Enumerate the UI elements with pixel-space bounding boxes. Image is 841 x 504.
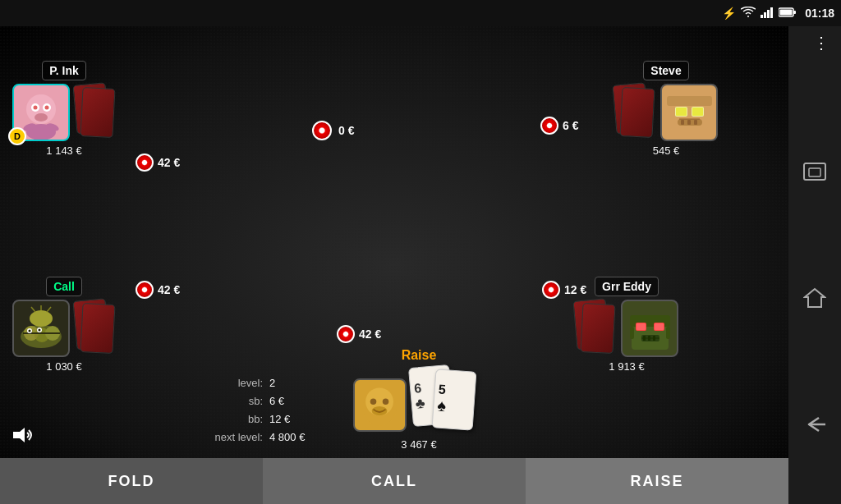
svg-rect-50 [643, 336, 646, 341]
svg-rect-47 [655, 323, 664, 330]
signal-icon [761, 7, 774, 21]
player-call-avatar [12, 300, 70, 357]
player-geddy-cards [575, 300, 616, 357]
player-human-bet: 42 € [337, 325, 381, 343]
player-human-chips: 3 467 € [401, 438, 436, 451]
svg-rect-51 [648, 336, 650, 341]
svg-rect-61 [804, 163, 825, 180]
svg-rect-0 [761, 15, 763, 18]
player-geddy-avatar [621, 300, 678, 357]
svg-rect-53 [630, 327, 634, 339]
svg-rect-2 [767, 10, 770, 18]
player-pink: P. Ink [12, 61, 116, 157]
game-info: level: 2 sb: 6 € bb: 12 € next level: 4 … [197, 374, 305, 447]
call-button[interactable]: CALL [263, 458, 526, 504]
battery-icon [779, 7, 797, 20]
player-geddy: Grr Eddy [575, 277, 678, 373]
player-human-status: Raise [402, 348, 437, 363]
svg-rect-26 [687, 120, 691, 125]
clock: 01:18 [805, 7, 834, 20]
svg-rect-25 [681, 120, 684, 125]
player-call-cards [75, 300, 116, 357]
svg-point-13 [34, 113, 48, 121]
svg-rect-46 [636, 323, 646, 330]
svg-marker-60 [13, 428, 25, 442]
svg-point-10 [33, 105, 37, 109]
svg-rect-27 [694, 120, 697, 125]
player-human-area: Raise 6 ♣ 5 [329, 348, 509, 451]
fold-button[interactable]: FOLD [0, 458, 263, 504]
player-human-avatar [353, 378, 407, 432]
sidebar: ⋮ [788, 26, 841, 504]
raise-button[interactable]: RAISE [526, 458, 788, 504]
svg-point-12 [44, 105, 48, 109]
player-pink-name: P. Ink [42, 61, 86, 80]
svg-rect-54 [666, 327, 670, 339]
svg-rect-21 [676, 108, 687, 116]
volume-icon[interactable] [11, 425, 34, 450]
player-steve-avatar [660, 84, 718, 141]
player-call: Call [12, 277, 116, 373]
svg-line-39 [31, 307, 35, 312]
svg-point-35 [28, 329, 30, 332]
svg-point-38 [30, 310, 53, 327]
bluetooth-icon: ⚡ [722, 7, 736, 20]
player-call-chips: 1 030 € [46, 360, 81, 373]
player-steve-name: Steve [643, 61, 688, 80]
svg-rect-52 [653, 336, 655, 341]
svg-rect-1 [764, 12, 766, 18]
player-call-name: Call [46, 277, 82, 296]
player-call-bet: 42 € [136, 281, 180, 299]
svg-rect-18 [667, 96, 712, 106]
svg-rect-5 [793, 11, 796, 14]
svg-rect-62 [809, 168, 820, 176]
window-icon[interactable] [800, 157, 830, 186]
svg-point-37 [38, 328, 40, 331]
player-pink-cards [75, 84, 116, 141]
status-bar: ⚡ 01:18 [0, 0, 841, 26]
back-icon[interactable] [800, 410, 830, 439]
svg-point-58 [383, 399, 389, 405]
player-geddy-chips: 1 913 € [609, 360, 644, 373]
player-human-cards: 6 ♣ 5 ♠ [411, 366, 485, 432]
player-steve-chips: 545 € [653, 144, 680, 157]
center-pot: 0 € [312, 121, 354, 140]
player-pink-bet: 42 € [136, 153, 180, 172]
svg-rect-6 [780, 9, 793, 15]
svg-point-57 [370, 399, 377, 405]
player-steve-bet: 6 € [540, 117, 578, 135]
game-area: P. Ink [0, 26, 788, 504]
action-bar: FOLD CALL RAISE [0, 458, 788, 504]
player-steve-cards [614, 84, 655, 141]
wifi-icon [741, 7, 756, 21]
player-pink-chips: 1 143 € [46, 144, 81, 157]
player-geddy-name: Grr Eddy [595, 277, 659, 296]
player-geddy-bet: 12 € [542, 281, 586, 299]
svg-rect-22 [692, 108, 703, 116]
dealer-button: D [8, 127, 26, 145]
menu-dots[interactable]: ⋮ [813, 33, 830, 53]
svg-marker-63 [805, 289, 825, 307]
svg-line-41 [47, 307, 51, 312]
player-steve: Steve [614, 61, 718, 157]
svg-rect-3 [770, 7, 773, 18]
home-icon[interactable] [800, 283, 830, 313]
